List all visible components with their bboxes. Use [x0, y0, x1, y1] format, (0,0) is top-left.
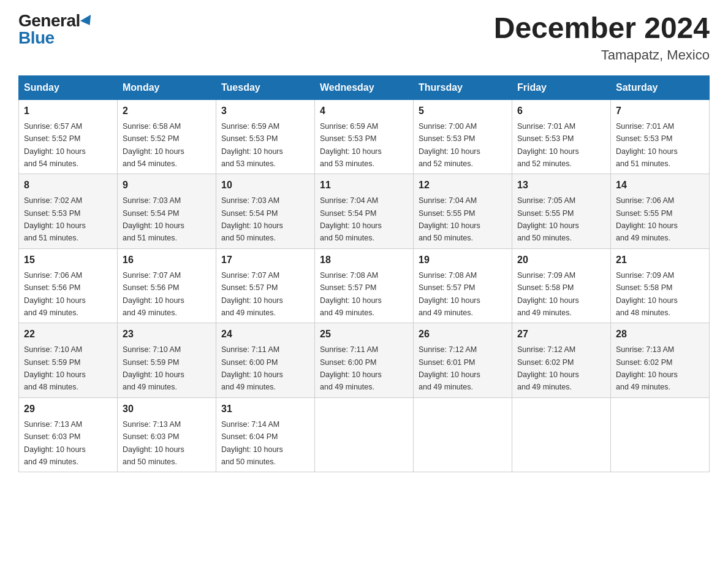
- day-number: 12: [419, 178, 507, 193]
- calendar-day-cell: 6 Sunrise: 7:01 AMSunset: 5:53 PMDayligh…: [512, 99, 611, 174]
- day-info: Sunrise: 6:57 AMSunset: 5:52 PMDaylight:…: [24, 122, 86, 168]
- day-number: 6: [517, 104, 605, 118]
- day-number: 18: [320, 253, 408, 267]
- calendar-day-cell: 26 Sunrise: 7:12 AMSunset: 6:01 PMDaylig…: [414, 323, 512, 398]
- day-of-week-header: Saturday: [611, 75, 710, 99]
- calendar-day-cell: 24 Sunrise: 7:11 AMSunset: 6:00 PMDaylig…: [216, 323, 315, 398]
- day-info: Sunrise: 7:11 AMSunset: 6:00 PMDaylight:…: [320, 345, 382, 391]
- day-of-week-header: Monday: [118, 75, 216, 99]
- calendar-day-cell: 12 Sunrise: 7:04 AMSunset: 5:55 PMDaylig…: [414, 174, 512, 249]
- day-number: 3: [221, 104, 309, 118]
- calendar-day-cell: 27 Sunrise: 7:12 AMSunset: 6:02 PMDaylig…: [512, 323, 611, 398]
- day-info: Sunrise: 7:13 AMSunset: 6:03 PMDaylight:…: [123, 420, 184, 466]
- day-info: Sunrise: 7:14 AMSunset: 6:04 PMDaylight:…: [221, 420, 283, 466]
- day-info: Sunrise: 7:00 AMSunset: 5:53 PMDaylight:…: [419, 122, 480, 168]
- day-number: 27: [517, 327, 605, 342]
- calendar-day-cell: 20 Sunrise: 7:09 AMSunset: 5:58 PMDaylig…: [512, 248, 611, 323]
- day-number: 17: [221, 253, 309, 267]
- calendar-day-cell: [315, 397, 414, 472]
- day-info: Sunrise: 7:08 AMSunset: 5:57 PMDaylight:…: [320, 271, 382, 317]
- calendar-day-cell: 23 Sunrise: 7:10 AMSunset: 5:59 PMDaylig…: [118, 323, 216, 398]
- calendar-day-cell: 7 Sunrise: 7:01 AMSunset: 5:53 PMDayligh…: [611, 99, 710, 174]
- day-number: 4: [320, 104, 408, 118]
- day-info: Sunrise: 7:04 AMSunset: 5:54 PMDaylight:…: [320, 196, 382, 242]
- title-area: December 2024 Tamapatz, Mexico: [494, 12, 710, 63]
- day-of-week-header: Thursday: [414, 75, 512, 99]
- day-number: 24: [221, 327, 309, 342]
- calendar-day-cell: 5 Sunrise: 7:00 AMSunset: 5:53 PMDayligh…: [414, 99, 512, 174]
- month-title: December 2024: [494, 12, 710, 45]
- day-info: Sunrise: 7:09 AMSunset: 5:58 PMDaylight:…: [517, 271, 579, 317]
- day-of-week-header: Sunday: [19, 75, 118, 99]
- day-number: 29: [24, 402, 112, 416]
- calendar-day-cell: 4 Sunrise: 6:59 AMSunset: 5:53 PMDayligh…: [315, 99, 414, 174]
- day-number: 21: [616, 253, 704, 267]
- calendar-day-cell: 21 Sunrise: 7:09 AMSunset: 5:58 PMDaylig…: [611, 248, 710, 323]
- calendar-day-cell: 18 Sunrise: 7:08 AMSunset: 5:57 PMDaylig…: [315, 248, 414, 323]
- calendar-day-cell: [512, 397, 611, 472]
- day-number: 25: [320, 327, 408, 342]
- day-number: 28: [616, 327, 704, 342]
- day-info: Sunrise: 7:10 AMSunset: 5:59 PMDaylight:…: [123, 345, 184, 391]
- day-info: Sunrise: 7:12 AMSunset: 6:01 PMDaylight:…: [419, 345, 480, 391]
- day-number: 7: [616, 104, 704, 118]
- logo-general-text: General: [18, 11, 80, 30]
- location-subtitle: Tamapatz, Mexico: [494, 47, 710, 63]
- day-info: Sunrise: 7:07 AMSunset: 5:56 PMDaylight:…: [123, 271, 184, 317]
- day-info: Sunrise: 7:03 AMSunset: 5:54 PMDaylight:…: [123, 196, 184, 242]
- calendar-week-row: 29 Sunrise: 7:13 AMSunset: 6:03 PMDaylig…: [19, 397, 710, 472]
- calendar-day-cell: 17 Sunrise: 7:07 AMSunset: 5:57 PMDaylig…: [216, 248, 315, 323]
- day-info: Sunrise: 6:59 AMSunset: 5:53 PMDaylight:…: [320, 122, 382, 168]
- day-info: Sunrise: 7:13 AMSunset: 6:03 PMDaylight:…: [24, 420, 86, 466]
- day-of-week-header: Wednesday: [315, 75, 414, 99]
- day-info: Sunrise: 7:06 AMSunset: 5:56 PMDaylight:…: [24, 271, 86, 317]
- calendar-day-cell: 31 Sunrise: 7:14 AMSunset: 6:04 PMDaylig…: [216, 397, 315, 472]
- calendar-day-cell: 16 Sunrise: 7:07 AMSunset: 5:56 PMDaylig…: [118, 248, 216, 323]
- day-info: Sunrise: 7:04 AMSunset: 5:55 PMDaylight:…: [419, 196, 480, 242]
- calendar-day-cell: 19 Sunrise: 7:08 AMSunset: 5:57 PMDaylig…: [414, 248, 512, 323]
- day-info: Sunrise: 7:11 AMSunset: 6:00 PMDaylight:…: [221, 345, 283, 391]
- day-info: Sunrise: 7:01 AMSunset: 5:53 PMDaylight:…: [616, 122, 678, 168]
- day-info: Sunrise: 7:03 AMSunset: 5:54 PMDaylight:…: [221, 196, 283, 242]
- day-number: 5: [419, 104, 507, 118]
- logo: General Blue: [18, 12, 94, 47]
- calendar-day-cell: 3 Sunrise: 6:59 AMSunset: 5:53 PMDayligh…: [216, 99, 315, 174]
- day-number: 23: [123, 327, 211, 342]
- day-number: 13: [517, 178, 605, 193]
- calendar-day-cell: 11 Sunrise: 7:04 AMSunset: 5:54 PMDaylig…: [315, 174, 414, 249]
- day-info: Sunrise: 7:13 AMSunset: 6:02 PMDaylight:…: [616, 345, 678, 391]
- day-number: 10: [221, 178, 309, 193]
- day-number: 22: [24, 327, 112, 342]
- calendar-day-cell: [414, 397, 512, 472]
- day-info: Sunrise: 7:09 AMSunset: 5:58 PMDaylight:…: [616, 271, 678, 317]
- day-info: Sunrise: 6:58 AMSunset: 5:52 PMDaylight:…: [123, 122, 184, 168]
- day-info: Sunrise: 7:10 AMSunset: 5:59 PMDaylight:…: [24, 345, 86, 391]
- day-info: Sunrise: 7:12 AMSunset: 6:02 PMDaylight:…: [517, 345, 579, 391]
- calendar-day-cell: 15 Sunrise: 7:06 AMSunset: 5:56 PMDaylig…: [19, 248, 118, 323]
- logo-blue-text: Blue: [18, 28, 55, 47]
- day-info: Sunrise: 7:08 AMSunset: 5:57 PMDaylight:…: [419, 271, 480, 317]
- calendar-day-cell: 14 Sunrise: 7:06 AMSunset: 5:55 PMDaylig…: [611, 174, 710, 249]
- day-number: 19: [419, 253, 507, 267]
- calendar-week-row: 15 Sunrise: 7:06 AMSunset: 5:56 PMDaylig…: [19, 248, 710, 323]
- calendar-day-cell: 28 Sunrise: 7:13 AMSunset: 6:02 PMDaylig…: [611, 323, 710, 398]
- day-info: Sunrise: 7:05 AMSunset: 5:55 PMDaylight:…: [517, 196, 579, 242]
- day-number: 26: [419, 327, 507, 342]
- day-info: Sunrise: 7:02 AMSunset: 5:53 PMDaylight:…: [24, 196, 86, 242]
- day-number: 8: [24, 178, 112, 193]
- calendar-day-cell: 30 Sunrise: 7:13 AMSunset: 6:03 PMDaylig…: [118, 397, 216, 472]
- calendar-week-row: 8 Sunrise: 7:02 AMSunset: 5:53 PMDayligh…: [19, 174, 710, 249]
- day-info: Sunrise: 7:06 AMSunset: 5:55 PMDaylight:…: [616, 196, 678, 242]
- day-info: Sunrise: 7:01 AMSunset: 5:53 PMDaylight:…: [517, 122, 579, 168]
- day-number: 1: [24, 104, 112, 118]
- day-number: 9: [123, 178, 211, 193]
- calendar-day-cell: 9 Sunrise: 7:03 AMSunset: 5:54 PMDayligh…: [118, 174, 216, 249]
- calendar-day-cell: 13 Sunrise: 7:05 AMSunset: 5:55 PMDaylig…: [512, 174, 611, 249]
- calendar-table: SundayMondayTuesdayWednesdayThursdayFrid…: [18, 75, 710, 473]
- day-number: 31: [221, 402, 309, 416]
- day-of-week-header: Friday: [512, 75, 611, 99]
- calendar-day-cell: 8 Sunrise: 7:02 AMSunset: 5:53 PMDayligh…: [19, 174, 118, 249]
- calendar-day-cell: 10 Sunrise: 7:03 AMSunset: 5:54 PMDaylig…: [216, 174, 315, 249]
- calendar-day-cell: 1 Sunrise: 6:57 AMSunset: 5:52 PMDayligh…: [19, 99, 118, 174]
- day-number: 30: [123, 402, 211, 416]
